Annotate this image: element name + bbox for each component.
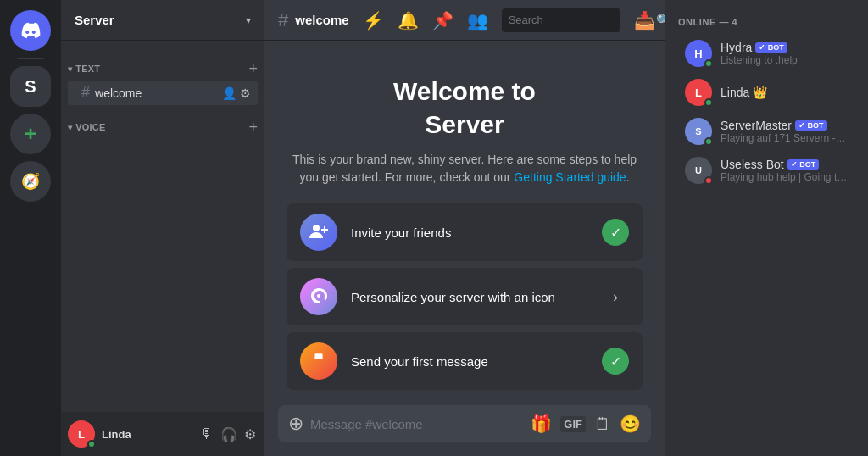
members-online-header: ONLINE — 4	[665, 14, 868, 31]
welcome-section: Welcome toServer This is your brand new,…	[264, 41, 665, 405]
emoji-icon[interactable]: 😊	[620, 414, 641, 434]
svg-rect-4	[314, 353, 322, 359]
channel-name-welcome: welcome	[95, 86, 217, 100]
crown-icon: 👑	[753, 86, 767, 99]
server-name: Server	[75, 13, 114, 27]
member-uselessbot-info: Useless Bot ✓ BOT Playing hub help | Goi…	[721, 158, 848, 183]
member-servermaster-info: ServerMaster ✓ BOT Playing auf 171 Serve…	[721, 119, 848, 144]
task-message-label: Send your first message	[351, 354, 588, 369]
text-category: ▾ TEXT +	[61, 47, 264, 80]
gift-icon[interactable]: 🎁	[531, 414, 552, 434]
member-avatar-letter: S	[695, 126, 701, 136]
search-input[interactable]	[509, 14, 651, 26]
member-servermaster[interactable]: S ServerMaster ✓ BOT Playing auf 171 Ser…	[671, 113, 861, 150]
topbar-hash-icon: #	[278, 9, 288, 31]
settings-icon[interactable]: ⚙	[240, 86, 251, 100]
search-icon: 🔍	[656, 14, 665, 27]
chat-area: Welcome toServer This is your brand new,…	[264, 41, 665, 405]
channel-list: ▾ TEXT + # welcome 👤 ⚙ ▾ VOICE +	[61, 41, 264, 412]
member-linda-name: Linda 👑	[721, 86, 848, 99]
member-avatar-letter: L	[695, 86, 702, 99]
channel-sidebar: Server ▾ ▾ TEXT + # welcome 👤 ⚙ ▾ VOICE …	[61, 0, 264, 456]
task-message[interactable]: Send your first message ✓	[287, 332, 643, 390]
member-uselessbot-name: Useless Bot ✓ BOT	[721, 158, 848, 171]
member-hydra-name: Hydra ✓ BOT	[721, 41, 848, 54]
inbox-icon[interactable]: 📥	[634, 10, 655, 31]
member-linda[interactable]: L Linda 👑	[671, 74, 861, 111]
add-voice-channel-button[interactable]: +	[248, 120, 258, 135]
attach-button[interactable]: ⊕	[288, 413, 303, 435]
bot-badge-uselessbot: ✓ BOT	[787, 159, 820, 170]
member-uselessbot[interactable]: U Useless Bot ✓ BOT Playing hub help | G…	[671, 152, 861, 189]
server-initial: S	[25, 77, 36, 97]
user-settings-button[interactable]: ⚙	[242, 425, 258, 444]
discord-home-button[interactable]	[10, 10, 51, 51]
voice-category-text: VOICE	[75, 122, 105, 132]
member-uselessbot-avatar: U	[685, 157, 712, 184]
add-server-button[interactable]: +	[10, 114, 51, 154]
channel-hash-icon: #	[81, 84, 90, 102]
voice-category-arrow-icon: ▾	[68, 123, 72, 132]
user-panel: L Linda 🎙 🎧 ⚙	[61, 412, 264, 456]
user-info: Linda	[102, 428, 192, 441]
welcome-title: Welcome toServer	[281, 75, 648, 141]
pinned-icon[interactable]: 📌	[432, 10, 453, 31]
chevron-down-icon: ▾	[246, 14, 251, 26]
getting-started-link[interactable]: Getting Started guide	[514, 170, 626, 184]
voice-category: ▾ VOICE +	[61, 106, 264, 138]
member-servermaster-avatar: S	[685, 118, 712, 145]
member-servermaster-status: Playing auf 171 Servern - /help	[721, 132, 848, 144]
voice-category-label[interactable]: ▾ VOICE	[68, 122, 106, 132]
server-header[interactable]: Server ▾	[61, 0, 264, 41]
user-controls: 🎙 🎧 ⚙	[198, 425, 258, 444]
welcome-description: This is your brand new, shiny server. He…	[281, 151, 648, 186]
text-category-text: TEXT	[75, 64, 100, 74]
server-list-divider	[17, 58, 44, 59]
message-input[interactable]	[310, 417, 524, 431]
task-personalize-icon	[300, 278, 337, 315]
member-servermaster-name: ServerMaster ✓ BOT	[721, 119, 848, 132]
svg-point-3	[317, 294, 320, 298]
topbar-icons: ⚡ 🔔 📌 👥 🔍 📥 ❓	[363, 8, 665, 32]
member-linda-status-dot	[704, 98, 713, 107]
threads-icon[interactable]: ⚡	[363, 10, 384, 31]
add-server-icon: +	[25, 122, 36, 146]
task-personalize-arrow: ›	[602, 283, 629, 310]
task-invite-icon	[300, 214, 337, 251]
explore-servers-button[interactable]: 🧭	[10, 161, 51, 202]
add-member-icon[interactable]: 👤	[222, 86, 236, 100]
member-hydra-status: Listening to .help	[721, 54, 848, 66]
member-hydra-status-dot	[704, 59, 713, 68]
member-hydra-info: Hydra ✓ BOT Listening to .help	[721, 41, 848, 66]
text-category-label[interactable]: ▾ TEXT	[68, 64, 100, 74]
task-invite-check: ✓	[602, 219, 629, 246]
member-hydra[interactable]: H Hydra ✓ BOT Listening to .help	[671, 35, 861, 72]
member-uselessbot-status: Playing hub help | Going to sle...	[721, 171, 848, 183]
deafen-button[interactable]: 🎧	[219, 425, 239, 444]
server-s-button[interactable]: S	[10, 66, 51, 107]
task-message-icon	[300, 342, 337, 380]
sticker-icon[interactable]: 🗒	[594, 414, 611, 434]
member-avatar-letter: U	[695, 165, 702, 175]
task-cards: Invite your friends ✓ Personalize your s…	[287, 203, 643, 390]
explore-icon: 🧭	[21, 172, 40, 191]
server-list: S + 🧭	[0, 0, 61, 456]
task-personalize[interactable]: Personalize your server with an icon ›	[287, 268, 643, 325]
task-invite[interactable]: Invite your friends ✓	[287, 203, 643, 261]
members-icon[interactable]: 👥	[467, 10, 488, 31]
member-servermaster-status-dot	[704, 137, 713, 146]
gif-icon[interactable]: GIF	[560, 416, 586, 432]
task-message-check: ✓	[602, 348, 629, 375]
member-hydra-avatar: H	[685, 40, 712, 67]
topbar-channel-info: # welcome	[278, 9, 349, 31]
message-input-area: ⊕ 🎁 GIF 🗒 😊	[264, 405, 665, 456]
task-personalize-label: Personalize your server with an icon	[351, 290, 588, 304]
search-bar[interactable]: 🔍	[502, 8, 620, 32]
task-invite-label: Invite your friends	[351, 225, 588, 240]
topbar: # welcome ⚡ 🔔 📌 👥 🔍 📥 ❓	[264, 0, 665, 41]
member-uselessbot-status-dot	[704, 176, 713, 185]
mute-button[interactable]: 🎙	[198, 425, 215, 444]
channel-welcome[interactable]: # welcome 👤 ⚙	[68, 81, 258, 105]
add-text-channel-button[interactable]: +	[248, 61, 258, 76]
notifications-icon[interactable]: 🔔	[398, 10, 419, 31]
